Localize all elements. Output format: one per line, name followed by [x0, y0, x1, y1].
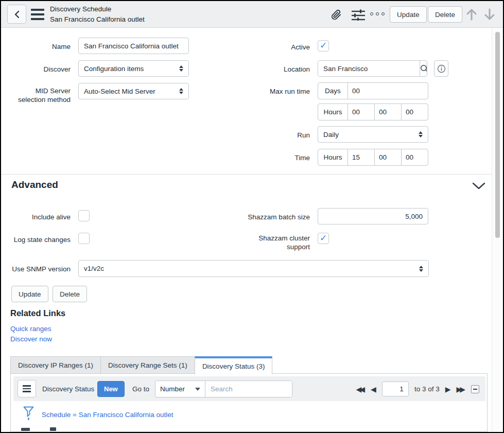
- more-options-icon[interactable]: [370, 12, 385, 15]
- discover-now-link[interactable]: Discover now: [10, 335, 52, 343]
- shazzam-cluster-support-checkbox[interactable]: ✓: [318, 233, 329, 244]
- max-run-days-input[interactable]: 00: [348, 83, 428, 99]
- previous-record-arrow-up-icon[interactable]: [466, 8, 477, 21]
- page-title: Discovery Schedule: [50, 4, 145, 14]
- cutoff-row-fragment: [21, 428, 30, 431]
- max-run-seconds-input[interactable]: 00: [402, 104, 428, 120]
- footer-update-button[interactable]: Update: [11, 286, 48, 302]
- time-seconds-input[interactable]: 00: [402, 149, 428, 165]
- discovery-status-panel: Discovery Status New Go to Number ◀◀ ◀ t…: [10, 373, 488, 432]
- goto-column-select[interactable]: Number: [155, 381, 205, 397]
- log-state-changes-label: Log state changes: [1, 235, 71, 244]
- filter-funnel-icon[interactable]: [23, 406, 34, 421]
- new-record-button[interactable]: New: [97, 381, 125, 397]
- tab-discovery-status[interactable]: Discovery Status (3): [195, 356, 273, 374]
- last-page-button[interactable]: ▶▶: [456, 386, 465, 393]
- name-label: Name: [1, 42, 71, 51]
- header-delete-button[interactable]: Delete: [428, 6, 462, 23]
- record-subtitle: San Francisco California outlet: [50, 14, 145, 25]
- advanced-section-title: Advanced: [11, 179, 58, 190]
- shazzam-batch-size-label: Shazzam batch size: [228, 213, 310, 221]
- select-updown-icon: [179, 88, 183, 94]
- form-header-bar: Discovery Schedule San Francisco Califor…: [1, 1, 503, 28]
- vertical-scrollbar-thumb[interactable]: [495, 32, 500, 238]
- location-label: Location: [228, 65, 310, 74]
- search-icon: [420, 64, 427, 73]
- log-state-changes-checkbox[interactable]: ✓: [78, 233, 90, 244]
- chevron-left-icon: [13, 10, 21, 19]
- related-links-title: Related Links: [10, 308, 65, 318]
- tab-discovery-ip-ranges[interactable]: Discovery IP Ranges (1): [10, 356, 101, 374]
- collapse-list-minus-icon[interactable]: [471, 385, 479, 393]
- footer-delete-button[interactable]: Delete: [53, 286, 87, 302]
- location-input[interactable]: [318, 61, 420, 76]
- include-alive-label: Include alive: [1, 213, 71, 221]
- select-updown-icon: [419, 131, 423, 137]
- discovery-schedule-screen: Discovery Schedule San Francisco Califor…: [0, 0, 504, 433]
- include-alive-checkbox[interactable]: ✓: [78, 210, 90, 221]
- active-label: Active: [228, 43, 310, 51]
- max-run-time-label: Max run time: [228, 87, 310, 96]
- mid-server-select[interactable]: Auto-Select Mid Server: [78, 83, 189, 99]
- shazzam-batch-size-input[interactable]: [318, 208, 428, 224]
- context-menu-icon[interactable]: [31, 9, 44, 20]
- goto-search-group: Number: [155, 380, 292, 397]
- time-hours-input[interactable]: 15: [348, 149, 375, 165]
- check-icon: ✓: [320, 233, 327, 244]
- current-row-input[interactable]: [382, 382, 409, 396]
- time-hours-row: Hours 15 00 00: [318, 149, 428, 166]
- attachment-paperclip-icon[interactable]: [331, 8, 343, 21]
- list-pagination: ◀◀ ◀ to 3 of 3 ▶ ▶▶: [356, 381, 479, 397]
- snmp-version-label: Use SNMP version: [1, 265, 71, 273]
- time-label: Time: [228, 153, 310, 162]
- caret-down-icon: [195, 388, 200, 391]
- tab-discovery-range-sets[interactable]: Discovery Range Sets (1): [100, 356, 195, 374]
- location-reference-field: [318, 60, 427, 77]
- record-title-block: Discovery Schedule San Francisco Califor…: [50, 4, 145, 24]
- discover-label: Discover: [1, 65, 71, 74]
- max-run-minutes-input[interactable]: 00: [375, 104, 402, 120]
- discover-select[interactable]: Configuration items: [78, 60, 189, 77]
- info-icon: [437, 64, 446, 73]
- select-updown-icon: [179, 65, 183, 72]
- goto-label: Go to: [132, 385, 149, 393]
- name-input[interactable]: [78, 38, 189, 54]
- snmp-version-select[interactable]: v1/v2c: [78, 260, 429, 277]
- time-hours-unit-label: Hours: [318, 149, 348, 165]
- shazzam-cluster-support-label: Shazzam cluster support: [252, 234, 310, 251]
- header-update-button[interactable]: Update: [390, 6, 427, 23]
- next-page-button[interactable]: ▶: [445, 386, 451, 393]
- mid-server-label: MID Server selection method: [15, 86, 71, 104]
- max-run-time-days-row: Days 00: [318, 82, 428, 99]
- list-search-input[interactable]: [205, 381, 292, 397]
- vertical-scrollbar-track[interactable]: [492, 28, 503, 432]
- days-unit-label: Days: [318, 83, 348, 99]
- active-checkbox[interactable]: ✓: [318, 40, 329, 51]
- location-lookup-button[interactable]: [420, 61, 427, 76]
- personalize-sliders-icon[interactable]: [351, 9, 366, 21]
- quick-ranges-link[interactable]: Quick ranges: [10, 325, 51, 333]
- row-range-text: to 3 of 3: [414, 385, 440, 393]
- related-lists-tabbar: Discovery IP Ranges (1) Discovery Range …: [10, 356, 272, 374]
- breadcrumb-filter-link[interactable]: Schedule = San Francisco California outl…: [42, 411, 173, 419]
- previous-page-button[interactable]: ◀: [371, 386, 376, 393]
- list-menu-button[interactable]: [18, 380, 36, 397]
- location-preview-button[interactable]: [434, 60, 448, 77]
- cutoff-row-fragment: [50, 427, 56, 431]
- time-minutes-input[interactable]: 00: [375, 149, 402, 165]
- run-label: Run: [228, 131, 310, 140]
- select-updown-icon: [419, 266, 423, 272]
- hours-unit-label: Hours: [318, 104, 348, 120]
- check-icon: ✓: [320, 40, 327, 51]
- max-run-time-hours-row: Hours 00 00 00: [318, 103, 428, 120]
- first-page-button[interactable]: ◀◀: [356, 386, 366, 393]
- run-select[interactable]: Daily: [318, 126, 428, 143]
- next-record-arrow-down-icon[interactable]: [484, 8, 495, 21]
- max-run-hours-input[interactable]: 00: [348, 104, 375, 120]
- list-title: Discovery Status: [42, 385, 94, 393]
- section-divider: [1, 174, 492, 175]
- back-button[interactable]: [7, 5, 26, 24]
- advanced-collapse-chevron-down-icon[interactable]: [472, 182, 485, 190]
